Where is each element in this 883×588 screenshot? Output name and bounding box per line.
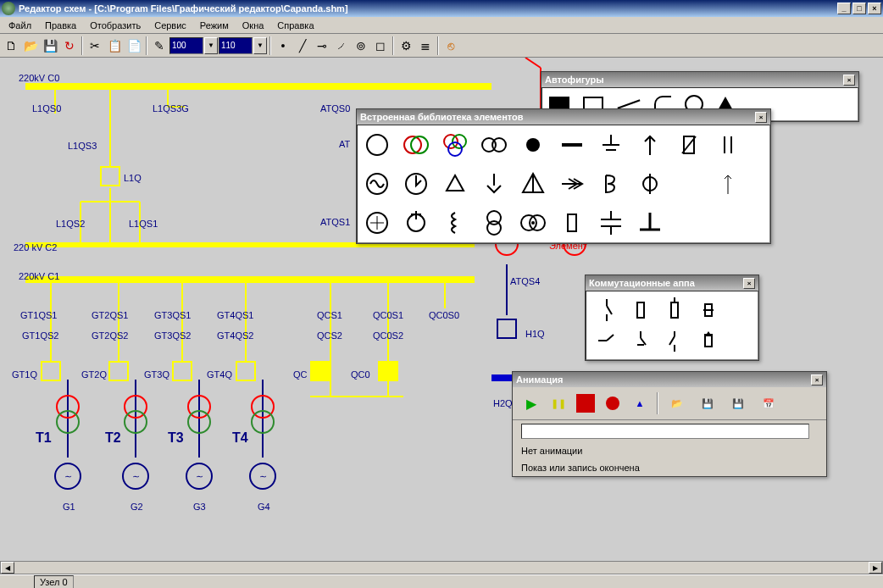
elem-gen-arrow[interactable] <box>397 164 436 203</box>
anim-calendar-icon[interactable]: 📅 <box>757 393 780 413</box>
horizontal-scrollbar[interactable]: ◀ ▶ <box>0 561 883 574</box>
tool-line[interactable]: ╱ <box>293 36 312 55</box>
menu-edit[interactable]: Правка <box>38 19 83 32</box>
scroll-left[interactable]: ◀ <box>1 562 14 574</box>
cut-button[interactable]: ✂ <box>86 36 104 55</box>
anim-open-icon[interactable]: 📂 <box>665 393 689 413</box>
elem-2circle-v[interactable] <box>475 203 514 242</box>
label-t2: T2 <box>105 430 121 446</box>
close-button[interactable]: × <box>868 3 881 14</box>
elem-2circle-rg[interactable] <box>397 125 436 164</box>
elem-arrow-up2[interactable] <box>708 164 747 203</box>
elem-capacitor-v[interactable] <box>708 125 747 164</box>
tool-switch[interactable]: ⟋ <box>332 36 351 55</box>
tool-node[interactable]: • <box>274 36 292 55</box>
tool-misc[interactable]: ◻ <box>371 36 390 55</box>
tool-exit[interactable]: ⎋ <box>442 36 460 55</box>
box-gt1q[interactable] <box>41 361 61 381</box>
minimize-button[interactable]: _ <box>837 3 851 14</box>
anim-stop-button[interactable] <box>575 393 596 413</box>
tool-align[interactable]: ≣ <box>416 36 435 55</box>
animation-input[interactable] <box>521 424 809 439</box>
anim-eject-button[interactable]: ▲ <box>630 393 650 413</box>
elem-coupled[interactable] <box>514 203 553 242</box>
anim-pause-button[interactable]: ❚❚ <box>548 393 569 413</box>
sw-4[interactable] <box>691 295 725 325</box>
sw-2[interactable] <box>624 295 658 325</box>
zoom-combo-1[interactable]: 100 <box>169 37 203 54</box>
anim-record-button[interactable] <box>603 393 623 413</box>
elem-fuse[interactable] <box>669 125 708 164</box>
elem-b-symbol[interactable] <box>591 164 630 203</box>
box-gt3q[interactable] <box>172 361 192 381</box>
sw-3[interactable] <box>658 295 691 325</box>
anim-play-button[interactable]: ▶ <box>521 393 541 413</box>
elem-phi[interactable] <box>630 164 669 203</box>
svg-point-38 <box>492 138 506 152</box>
box-gt4q[interactable] <box>236 361 256 381</box>
zoom-combo-2[interactable]: 110 <box>219 37 253 54</box>
zoom-dropdown-1[interactable]: ▼ <box>204 37 218 54</box>
elem-dot[interactable] <box>514 125 553 164</box>
elem-perp[interactable] <box>630 203 669 242</box>
elem-resistor[interactable] <box>553 203 591 242</box>
box-h1q[interactable] <box>497 319 517 339</box>
save-button[interactable]: 💾 <box>41 36 59 55</box>
tool-connector[interactable]: ⊸ <box>313 36 331 55</box>
sw-1[interactable] <box>590 295 624 325</box>
menu-service[interactable]: Сервис <box>147 19 193 32</box>
label-g2: G2 <box>131 502 143 512</box>
sw-7[interactable] <box>658 325 691 356</box>
autoshapes-close[interactable]: × <box>843 75 855 86</box>
elem-meter[interactable] <box>358 203 397 242</box>
elem-circle[interactable] <box>358 125 397 164</box>
elem-ground[interactable] <box>591 125 630 164</box>
anim-save-icon[interactable]: 💾 <box>696 393 719 413</box>
sw-8[interactable] <box>691 325 725 356</box>
elem-ground-arrow[interactable] <box>475 164 514 203</box>
label-qcs1: QCS1 <box>317 310 342 320</box>
animation-close[interactable]: × <box>811 374 823 386</box>
switches-close[interactable]: × <box>743 278 755 289</box>
menu-mode[interactable]: Режим <box>193 19 236 32</box>
scroll-right[interactable]: ▶ <box>869 562 882 574</box>
box-gt2q[interactable] <box>108 361 129 381</box>
label-h1q: H1Q <box>525 329 545 339</box>
box-qc0[interactable] <box>378 361 398 381</box>
elem-3circle[interactable] <box>436 125 475 164</box>
zoom-dropdown-2[interactable]: ▼ <box>253 37 267 54</box>
menu-help[interactable]: Справка <box>270 19 320 32</box>
tool-gear[interactable]: ⚙ <box>397 36 415 55</box>
box-l1q[interactable] <box>100 166 120 186</box>
anim-saveall-icon[interactable]: 💾 <box>726 393 750 413</box>
status-node: Узел 0 <box>34 575 74 589</box>
elem-capacitor-h[interactable] <box>591 203 630 242</box>
elem-inductor[interactable] <box>436 203 475 242</box>
sw-5[interactable] <box>590 325 624 356</box>
copy-button[interactable]: 📋 <box>105 36 124 55</box>
library-close[interactable]: × <box>755 112 767 123</box>
elem-ct[interactable] <box>397 203 436 242</box>
menu-windows[interactable]: Окна <box>236 19 271 32</box>
open-button[interactable]: 📂 <box>21 36 40 55</box>
elem-gen-sine[interactable] <box>358 164 397 203</box>
elem-delta[interactable] <box>436 164 475 203</box>
elem-thick-line[interactable] <box>553 125 591 164</box>
box-qc[interactable] <box>310 361 330 381</box>
sw-6[interactable] <box>624 325 658 356</box>
svg-rect-0 <box>25 83 491 90</box>
tool-transformer[interactable]: ⊚ <box>352 36 370 55</box>
elem-2circle-chain[interactable] <box>475 125 514 164</box>
new-button[interactable]: 🗋 <box>2 36 20 55</box>
elem-delta-outline[interactable] <box>514 164 553 203</box>
refresh-button[interactable]: ↻ <box>60 36 79 55</box>
maximize-button[interactable]: □ <box>852 3 866 14</box>
paste-button[interactable]: 📄 <box>125 36 143 55</box>
pencil-button[interactable]: ✎ <box>150 36 169 55</box>
shape-line[interactable] <box>618 99 641 108</box>
label-bus-c0: 220kV C0 <box>19 73 59 83</box>
elem-arrow-up[interactable] <box>630 125 669 164</box>
menu-view[interactable]: Отобразить <box>83 19 147 32</box>
elem-double-arrow[interactable] <box>553 164 591 203</box>
menu-file[interactable]: Файл <box>2 19 38 32</box>
